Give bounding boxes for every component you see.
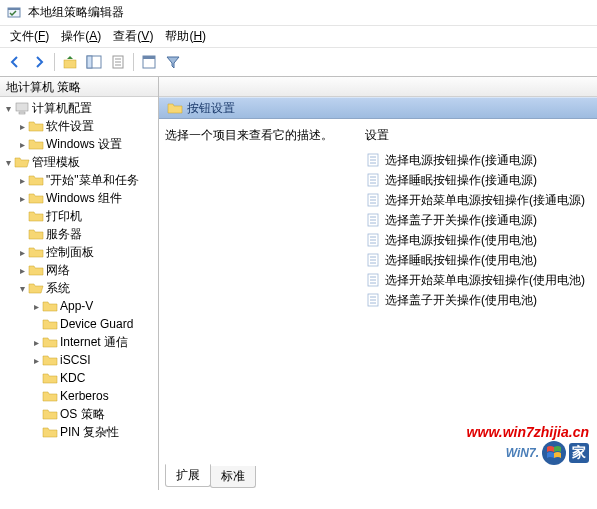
- properties-button[interactable]: [107, 51, 129, 73]
- expand-icon[interactable]: ▸: [30, 337, 42, 348]
- folder-open-icon: [28, 280, 44, 296]
- toolbar: [0, 48, 597, 76]
- expand-icon[interactable]: ▸: [16, 139, 28, 150]
- toolbar-separator: [54, 53, 55, 71]
- tree-label: 网络: [46, 262, 70, 279]
- policy-icon: [365, 192, 381, 208]
- tree-item-kdc[interactable]: KDC: [0, 369, 158, 387]
- setting-item[interactable]: 选择电源按钮操作(接通电源): [365, 150, 591, 170]
- policy-icon: [365, 212, 381, 228]
- svg-rect-2: [64, 60, 76, 68]
- tree-item-system[interactable]: ▾ 系统: [0, 279, 158, 297]
- right-pane: 按钮设置 选择一个项目来查看它的描述。 设置 选择电源按钮操作(接通电源)选择睡…: [159, 77, 597, 490]
- menubar: 文件(F) 操作(A) 查看(V) 帮助(H): [0, 26, 597, 48]
- tree-label: Internet 通信: [60, 334, 128, 351]
- setting-label: 选择电源按钮操作(接通电源): [385, 152, 537, 169]
- tree-header: 地计算机 策略: [0, 77, 158, 97]
- tab-standard[interactable]: 标准: [210, 466, 256, 488]
- tab-extended[interactable]: 扩展: [165, 464, 211, 487]
- tree-item-network[interactable]: ▸ 网络: [0, 261, 158, 279]
- setting-item[interactable]: 选择开始菜单电源按钮操作(使用电池): [365, 270, 591, 290]
- setting-item[interactable]: 选择睡眠按钮操作(使用电池): [365, 250, 591, 270]
- menu-view[interactable]: 查看(V): [107, 26, 159, 47]
- tree-item-software[interactable]: ▸ 软件设置: [0, 117, 158, 135]
- setting-item[interactable]: 选择开始菜单电源按钮操作(接通电源): [365, 190, 591, 210]
- tree-label: 控制面板: [46, 244, 94, 261]
- expand-icon[interactable]: ▸: [16, 247, 28, 258]
- tree-label: Device Guard: [60, 317, 133, 331]
- tree-item-printer[interactable]: 打印机: [0, 207, 158, 225]
- right-pane-title: 按钮设置: [187, 100, 235, 117]
- show-hide-tree-button[interactable]: [83, 51, 105, 73]
- tree-item-pin[interactable]: PIN 复杂性: [0, 423, 158, 441]
- tree-label: 打印机: [46, 208, 82, 225]
- setting-label: 选择睡眠按钮操作(使用电池): [385, 252, 537, 269]
- settings-column-header[interactable]: 设置: [365, 127, 591, 150]
- folder-icon: [42, 370, 58, 386]
- folder-icon: [28, 208, 44, 224]
- tree-label: 软件设置: [46, 118, 94, 135]
- refresh-button[interactable]: [138, 51, 160, 73]
- description-text: 选择一个项目来查看它的描述。: [165, 127, 365, 468]
- tree-label: 服务器: [46, 226, 82, 243]
- collapse-icon[interactable]: ▾: [2, 103, 14, 114]
- setting-item[interactable]: 选择盖子开关操作(接通电源): [365, 210, 591, 230]
- expand-icon[interactable]: ▸: [16, 121, 28, 132]
- tree-item-windows-settings[interactable]: ▸ Windows 设置: [0, 135, 158, 153]
- tree-item-internet[interactable]: ▸ Internet 通信: [0, 333, 158, 351]
- svg-rect-4: [87, 56, 92, 68]
- expand-icon[interactable]: ▸: [30, 301, 42, 312]
- folder-icon: [28, 118, 44, 134]
- tree-pane: 地计算机 策略 ▾ 计算机配置 ▸ 软件设置 ▸ Windows 设置 ▾ 管理…: [0, 77, 159, 490]
- folder-icon: [42, 334, 58, 350]
- setting-item[interactable]: 选择电源按钮操作(使用电池): [365, 230, 591, 250]
- folder-icon: [28, 226, 44, 242]
- tree-label: OS 策略: [60, 406, 105, 423]
- tree-item-appv[interactable]: ▸ App-V: [0, 297, 158, 315]
- right-pane-body: 选择一个项目来查看它的描述。 设置 选择电源按钮操作(接通电源)选择睡眠按钮操作…: [159, 119, 597, 468]
- setting-item[interactable]: 选择盖子开关操作(使用电池): [365, 290, 591, 310]
- content: 地计算机 策略 ▾ 计算机配置 ▸ 软件设置 ▸ Windows 设置 ▾ 管理…: [0, 76, 597, 490]
- policy-icon: [365, 172, 381, 188]
- up-button[interactable]: [59, 51, 81, 73]
- expand-icon[interactable]: ▸: [16, 193, 28, 204]
- folder-icon: [42, 388, 58, 404]
- tree-item-server[interactable]: 服务器: [0, 225, 158, 243]
- tree-label: 系统: [46, 280, 70, 297]
- collapse-icon[interactable]: ▾: [16, 283, 28, 294]
- expand-icon[interactable]: ▸: [30, 355, 42, 366]
- expand-icon[interactable]: ▸: [16, 175, 28, 186]
- collapse-icon[interactable]: ▾: [2, 157, 14, 168]
- folder-icon: [42, 352, 58, 368]
- setting-label: 选择盖子开关操作(使用电池): [385, 292, 537, 309]
- setting-label: 选择盖子开关操作(接通电源): [385, 212, 537, 229]
- svg-rect-11: [16, 103, 28, 111]
- folder-icon: [42, 298, 58, 314]
- folder-icon: [28, 136, 44, 152]
- setting-label: 选择睡眠按钮操作(接通电源): [385, 172, 537, 189]
- setting-label: 选择开始菜单电源按钮操作(使用电池): [385, 272, 585, 289]
- tree-item-win-components[interactable]: ▸ Windows 组件: [0, 189, 158, 207]
- policy-icon: [365, 272, 381, 288]
- menu-help[interactable]: 帮助(H): [159, 26, 212, 47]
- expand-icon[interactable]: ▸: [16, 265, 28, 276]
- tree-label: App-V: [60, 299, 93, 313]
- tree-item-device-guard[interactable]: Device Guard: [0, 315, 158, 333]
- tree-root-computer-config[interactable]: ▾ 计算机配置: [0, 99, 158, 117]
- tree-item-os-policy[interactable]: OS 策略: [0, 405, 158, 423]
- filter-button[interactable]: [162, 51, 184, 73]
- tree-item-iscsi[interactable]: ▸ iSCSI: [0, 351, 158, 369]
- tree-label: iSCSI: [60, 353, 91, 367]
- toolbar-separator: [133, 53, 134, 71]
- tree-item-startmenu[interactable]: ▸ "开始"菜单和任务: [0, 171, 158, 189]
- svg-rect-1: [8, 8, 20, 10]
- menu-action[interactable]: 操作(A): [55, 26, 107, 47]
- setting-item[interactable]: 选择睡眠按钮操作(接通电源): [365, 170, 591, 190]
- svg-rect-10: [143, 56, 155, 59]
- tree-admin-templates[interactable]: ▾ 管理模板: [0, 153, 158, 171]
- menu-file[interactable]: 文件(F): [4, 26, 55, 47]
- forward-button[interactable]: [28, 51, 50, 73]
- back-button[interactable]: [4, 51, 26, 73]
- tree-item-control-panel[interactable]: ▸ 控制面板: [0, 243, 158, 261]
- tree-item-kerberos[interactable]: Kerberos: [0, 387, 158, 405]
